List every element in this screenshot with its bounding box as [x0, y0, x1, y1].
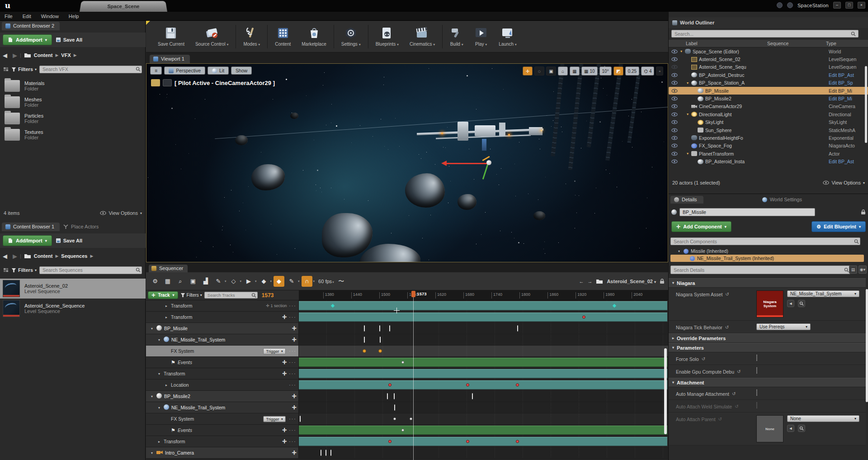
seq-track-ne-missile-trail-system[interactable]: ▾ NE_Missile_Trail_System ✛ — [146, 334, 668, 346]
details-grid-icon[interactable]: ▤ — [849, 266, 857, 274]
fps-dropdown[interactable]: 60 fps ▾ — [318, 279, 334, 284]
select-move-button[interactable]: ✛ — [523, 66, 533, 76]
viewport-options-button[interactable]: ≡ — [150, 66, 162, 75]
render-movie-icon[interactable]: ▣ — [188, 276, 198, 287]
seq-forward-icon[interactable]: → — [587, 279, 592, 284]
details-scrollbar[interactable] — [866, 289, 868, 402]
keyframe[interactable] — [516, 440, 519, 443]
title-bar[interactable]: u Space_Scene SpaceStation – □ × — [0, 0, 868, 12]
add-section-button[interactable]: ✛ — [292, 337, 297, 343]
camera-speed-button[interactable]: ⌬4 — [641, 66, 654, 76]
scale-tool-button[interactable]: ▣ — [546, 66, 556, 76]
section-parameters[interactable]: ▾Parameters — [669, 343, 866, 352]
find-icon[interactable]: ⌕ — [175, 276, 186, 287]
rotate-tool-button[interactable]: ◌ — [534, 66, 544, 76]
component-ne-missile-trail-system-inherited[interactable]: NE_Missile_Trail_System (Inherited) — [670, 255, 864, 262]
gear-icon[interactable]: ⚙ — [150, 276, 160, 287]
outliner-row-bp-space-station-a[interactable]: ▾ BP_Space_Station_A Edit BP_Sp — [669, 79, 868, 87]
add-component-button[interactable]: ✛ Add Component ▾ — [671, 221, 731, 232]
toolbar-settings[interactable]: Settings ▾ — [336, 25, 366, 48]
folder-particles[interactable]: ParticlesFolder — [0, 110, 146, 127]
visibility-eye-icon[interactable] — [669, 128, 680, 133]
actor-name-field[interactable]: BP_Missile — [679, 208, 815, 216]
checkbox-auto-manage-attachment[interactable] — [756, 389, 757, 396]
details-eye-button[interactable]: ◉▾ — [859, 266, 867, 274]
keyframe[interactable] — [466, 440, 469, 443]
breadcrumb[interactable]: ◀ ▶ | Content▶VFX▶ — [0, 49, 146, 62]
seq-track-transform[interactable]: ▸ Transform ✛ ∙∙∙ — [146, 436, 668, 447]
keyframe[interactable] — [516, 384, 519, 387]
surface-snap-button[interactable]: ▦ — [570, 66, 580, 76]
visibility-eye-icon[interactable] — [669, 152, 680, 156]
visibility-eye-icon[interactable] — [669, 120, 680, 124]
grid-snap-button[interactable]: ▦10 — [581, 66, 598, 76]
add-import-button[interactable]: Add/Import▾ — [3, 34, 52, 45]
seq-back-icon[interactable]: ← — [579, 279, 584, 284]
seq-track-fx-system[interactable]: FX System Trigger ▾ ∙∙∙ — [146, 346, 668, 357]
tools-icon[interactable]: ✎ — [213, 276, 224, 287]
outliner-row-bp-asteroid-insta[interactable]: BP_Asteroid_Insta Edit BP_Ast — [669, 157, 868, 165]
folder-materials[interactable]: MaterialsFolder — [0, 78, 146, 94]
visibility-eye-icon[interactable] — [669, 143, 680, 148]
tab-content-browser-1[interactable]: Content Browser 1 — [2, 223, 60, 231]
seq-track-fx-system[interactable]: FX System Trigger ▾ ∙∙∙ — [146, 413, 668, 425]
outliner-row-bp-missile2[interactable]: BP_Missile2 Edit BP_Mi — [669, 95, 868, 102]
search-details-input[interactable] — [670, 266, 850, 274]
forward-button[interactable]: ▶ — [10, 253, 20, 260]
keyframe[interactable] — [380, 337, 381, 343]
sequencer-filters-button[interactable]: Filters▾ — [180, 293, 202, 298]
folder-textures[interactable]: TexturesFolder — [0, 127, 146, 143]
keyframe[interactable] — [394, 405, 395, 411]
edit-blueprint-button[interactable]: ⚙ Edit Blueprint ▾ — [811, 221, 866, 232]
tab-viewport-1[interactable]: Viewport 1 — [150, 55, 190, 63]
filters-button-2[interactable]: Filters▾ — [11, 267, 37, 273]
track-options-dots[interactable]: ∙∙∙ — [289, 304, 297, 308]
toolbar-source-control[interactable]: Source Control ▾ — [190, 25, 234, 48]
snap-icon[interactable]: ∩ — [302, 276, 312, 287]
visibility-eye-icon[interactable] — [669, 104, 680, 109]
save-icon[interactable]: ▦ — [162, 276, 173, 287]
search-components-input[interactable] — [670, 237, 860, 245]
view-options-button[interactable]: View Options▾ — [100, 210, 142, 216]
playback-options-icon[interactable]: ▶ — [243, 276, 254, 287]
trigger-dropdown[interactable]: Trigger ▾ — [263, 348, 286, 354]
menu-window[interactable]: Window — [41, 14, 59, 19]
toolbar-save-current[interactable]: Save Current — [152, 25, 190, 48]
outliner-row-planettransform[interactable]: ▾ PlanetTransform Actor — [669, 150, 868, 157]
keyframe[interactable] — [466, 384, 469, 387]
toolbar-modes[interactable]: Modes ▾ — [238, 25, 265, 48]
toolbar-blueprints[interactable]: Blueprints ▾ — [370, 25, 404, 48]
outliner-scrollbar[interactable] — [865, 66, 867, 143]
tab-sequencer[interactable]: Sequencer — [149, 265, 188, 272]
toolbar-marketplace[interactable]: Marketplace — [296, 25, 331, 48]
visibility-eye-icon[interactable] — [669, 65, 680, 69]
close-button[interactable]: × — [858, 2, 865, 9]
seq-track-events[interactable]: ⚑ Events ✛ ∙∙∙ — [146, 357, 668, 368]
outliner-search-input[interactable] — [671, 30, 859, 38]
keyframe[interactable] — [410, 417, 412, 420]
outliner-row-sun-sphere[interactable]: Sun_Sphere StaticMeshA — [669, 126, 868, 134]
keyframe[interactable] — [401, 361, 404, 364]
toolbar-launch[interactable]: Launch ▾ — [493, 25, 522, 48]
playhead[interactable] — [413, 292, 414, 460]
trigger-dropdown[interactable]: Trigger ▾ — [263, 416, 286, 422]
section-override-parameters[interactable]: ▸Override Parameters — [669, 333, 866, 343]
tab-details[interactable]: Details — [670, 196, 703, 204]
toolbar-play[interactable]: Play ▾ — [469, 25, 493, 48]
section-attachment[interactable]: ▾Attachment — [669, 378, 866, 387]
track-options-dots[interactable]: ∙∙∙ — [289, 371, 297, 376]
visibility-eye-icon[interactable] — [669, 57, 680, 62]
eject-pilot-button[interactable] — [151, 79, 160, 86]
dropdown-niagara-tick-behavior[interactable]: Use Prereqs▾ — [756, 323, 811, 330]
add-section-button[interactable]: ✛ — [282, 427, 287, 433]
seq-track-intro-camera[interactable]: ▾ Intro_Camera ✛ — [146, 447, 668, 459]
keyframe[interactable] — [472, 394, 473, 399]
track-options-dots[interactable]: ∙∙∙ — [289, 360, 297, 365]
keyframe[interactable] — [364, 326, 365, 332]
forward-button[interactable]: ▶ — [10, 52, 20, 59]
sequence-breadcrumb[interactable]: Asteroid_Scene_02 ▾ — [607, 279, 656, 284]
search-tracks-input[interactable] — [204, 292, 258, 299]
seq-track-ne-missile-trail-system[interactable]: ▾ NE_Missile_Trail_System ✛ — [146, 402, 668, 413]
asset-dropdown-auto-attach-parent[interactable]: None▾ — [787, 415, 859, 422]
maximize-viewport-button[interactable]: ▫ — [656, 66, 663, 76]
